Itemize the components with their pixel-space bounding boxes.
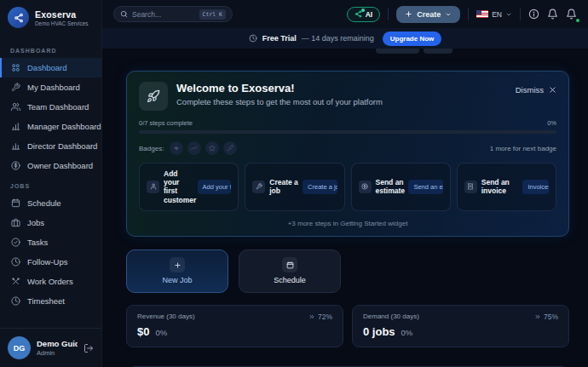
wrench-icon (10, 83, 20, 92)
stat-label: Revenue (30 days) (137, 313, 195, 320)
revenue-stat-card[interactable]: Revenue (30 days) 72% $0 0% (126, 305, 343, 347)
global-search[interactable]: Ctrl K (113, 6, 233, 22)
sidebar-item-label: Schedule (27, 198, 61, 208)
sidebar-item-label: Director Dashboard (27, 141, 97, 151)
topbar: Ctrl K AI Create EN (102, 0, 588, 28)
step-title: Send an estimate (376, 178, 405, 195)
ai-status-dot (361, 9, 365, 12)
quick-action-label: Schedule (274, 276, 306, 284)
info-button[interactable] (528, 9, 539, 20)
welcome-subtitle: Complete these steps to get the most out… (176, 97, 383, 106)
info-icon (528, 9, 539, 20)
language-label: EN (492, 10, 502, 19)
create-a-job-button[interactable]: Create a job (303, 180, 337, 194)
sidebar-item-schedule[interactable]: Schedule (0, 193, 101, 213)
chevron-down-icon (445, 11, 452, 18)
sidebar-item-timesheet[interactable]: Timesheet (0, 291, 101, 311)
step-title: Add your first customer (164, 169, 193, 204)
search-icon (120, 10, 128, 18)
badge-hint: 1 more for next badge (490, 145, 556, 152)
calendar-icon (282, 257, 297, 272)
sidebar-item-my-dashboard[interactable]: My Dashboard (0, 77, 101, 97)
clock-icon (10, 296, 20, 306)
sidebar-item-label: Timesheet (27, 296, 65, 306)
send-an-estimate-button[interactable]: Send an estimate (408, 180, 442, 194)
users-icon (10, 102, 20, 112)
badges-label: Badges: (139, 145, 164, 152)
double-chevron-icon (534, 313, 541, 320)
dollar-icon (359, 181, 372, 193)
stat-delta: 0% (155, 328, 167, 337)
ai-assistant-button[interactable]: AI (347, 7, 381, 22)
sidebar-item-owner-dashboard[interactable]: Owner Dashboard (0, 156, 101, 175)
welcome-title: Welcome to Exoserva! (176, 82, 383, 95)
brand-subtitle: Demo HVAC Services (35, 20, 88, 26)
ai-network-icon (355, 10, 362, 18)
sidebar-item-director-dashboard[interactable]: Director Dashboard (0, 136, 101, 156)
wrench-icon (252, 181, 265, 193)
invoices-button[interactable]: Invoices (522, 180, 549, 194)
sidebar-item-manager-dashboard[interactable]: Manager Dashboard (0, 117, 101, 136)
quick-action-label: New Job (162, 276, 192, 284)
clock-icon (10, 257, 20, 267)
trial-banner: Free Trial — 14 days remaining Upgrade N… (102, 28, 588, 49)
brand-name: Exoserva (35, 9, 88, 20)
user-role: Admin (37, 349, 78, 357)
bar-chart-icon (10, 122, 20, 131)
trial-detail: — 14 days remaining (302, 34, 374, 43)
sidebar-item-label: Manager Dashboard (27, 122, 101, 131)
step-title: Create a job (269, 178, 298, 195)
sidebar-item-follow-ups[interactable]: Follow-Ups (0, 252, 101, 272)
nav-section-dashboard: DASHBOARD (0, 40, 101, 58)
stat-delta: 0% (401, 328, 413, 337)
add-first-customer-button[interactable]: Add your first customer (198, 180, 232, 194)
sidebar-item-label: Tasks (27, 238, 48, 247)
briefcase-icon (10, 218, 20, 227)
create-button[interactable]: Create (396, 6, 460, 23)
search-shortcut: Ctrl K (199, 9, 226, 20)
notifications-button[interactable] (566, 9, 577, 20)
search-input[interactable] (132, 10, 195, 19)
star-badge-icon (205, 141, 219, 155)
trial-title: Free Trial (262, 34, 297, 43)
progress-label: 0/7 steps complete (139, 119, 193, 127)
trending-up-badge-icon (187, 141, 201, 155)
user-account[interactable]: DG Demo Guid... Admin (0, 328, 101, 367)
schedule-button[interactable]: Schedule (239, 249, 341, 293)
sidebar-item-work-orders[interactable]: Work Orders (0, 272, 101, 291)
sidebar-item-team-dashboard[interactable]: Team Dashboard (0, 97, 101, 117)
step-send-invoice: Send an invoice Invoices (457, 163, 556, 211)
dismiss-button[interactable]: Dismiss (516, 82, 556, 95)
sidebar-item-dashboard[interactable]: Dashboard (0, 58, 101, 77)
logout-icon[interactable] (84, 343, 94, 353)
dollar-circle-icon (10, 161, 20, 170)
main-content: Welcome to Exoserva! Complete these step… (102, 49, 588, 367)
alerts-button[interactable] (547, 9, 558, 20)
demand-stat-card[interactable]: Demand (30 days) 75% 0 jobs 0% (352, 305, 569, 347)
double-chevron-icon (308, 313, 315, 320)
sidebar-item-label: Dashboard (27, 63, 66, 72)
sidebar: Exoserva Demo HVAC Services DASHBOARD Da… (0, 0, 102, 367)
chevron-down-icon (505, 11, 512, 18)
welcome-card: Welcome to Exoserva! Complete these step… (126, 71, 569, 237)
language-selector[interactable]: EN (476, 10, 512, 19)
new-job-button[interactable]: New Job (126, 249, 228, 293)
stat-score-value: 75% (544, 313, 558, 321)
bell-icon (566, 9, 577, 20)
progress-percent: 0% (547, 119, 556, 127)
sidebar-item-label: Jobs (27, 218, 44, 227)
avatar: DG (8, 336, 31, 359)
stat-label: Demand (30 days) (363, 313, 419, 320)
sidebar-item-label: Owner Dashboard (27, 161, 93, 170)
sidebar-item-jobs[interactable]: Jobs (0, 213, 101, 232)
user-icon (147, 181, 159, 193)
progress-bar (139, 130, 556, 134)
nav-section-jobs: JOBS (0, 175, 101, 193)
sidebar-item-tasks[interactable]: Tasks (0, 232, 101, 252)
check-circle-icon (10, 238, 20, 247)
upgrade-now-button[interactable]: Upgrade Now (383, 32, 442, 46)
step-create-job: Create a job Create a job (245, 163, 344, 211)
step-send-estimate: Send an estimate Send an estimate (351, 163, 451, 211)
brand[interactable]: Exoserva Demo HVAC Services (0, 0, 101, 35)
app-window: Exoserva Demo HVAC Services DASHBOARD Da… (0, 0, 588, 367)
